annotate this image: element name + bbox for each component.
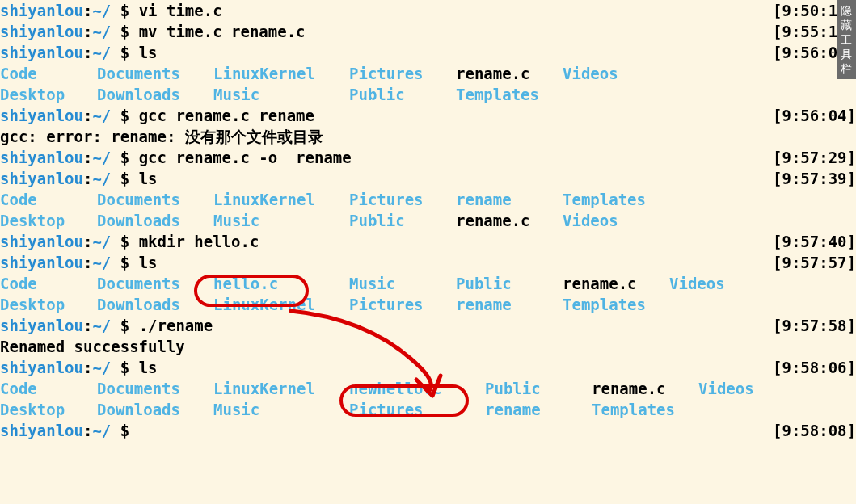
prompt-dollar: $ xyxy=(111,21,138,42)
ls-entry: rename.c xyxy=(456,210,563,231)
command: vi time.c xyxy=(139,0,222,21)
prompt-path: ~/ xyxy=(92,21,111,42)
timestamp: [9:56:04] xyxy=(773,105,856,126)
ls-entry: Public xyxy=(456,273,563,294)
ls-entry: Downloads xyxy=(97,210,213,231)
ls-entry: Music xyxy=(349,273,456,294)
ls-entry: Templates xyxy=(563,294,669,315)
prompt-dollar: $ xyxy=(111,105,138,126)
prompt-path: ~/ xyxy=(92,252,111,273)
ls-entry: Public xyxy=(349,84,456,105)
timestamp: [9:58:08] xyxy=(773,420,856,441)
ls-entry: Pictures xyxy=(349,63,456,84)
prompt-user: shiyanlou xyxy=(0,357,83,378)
ls-entry: Public xyxy=(485,378,592,399)
toolbar-char: 工 xyxy=(837,32,856,47)
prompt-path: ~/ xyxy=(92,420,111,441)
prompt-sep: : xyxy=(83,105,92,126)
command: gcc rename.c rename xyxy=(139,105,314,126)
terminal-line: shiyanlou:~/ $ ls [9:57:39] xyxy=(0,168,856,189)
terminal-line: shiyanlou:~/ $ vi time.c [9:50:17] xyxy=(0,0,856,21)
ls-entry: Desktop xyxy=(0,210,97,231)
ls-entry xyxy=(698,399,805,420)
ls-entry: rename.c xyxy=(592,378,698,399)
terminal-line: shiyanlou:~/ $ ls [9:57:57] xyxy=(0,252,856,273)
ls-entry: Videos xyxy=(669,273,776,294)
prompt-user: shiyanlou xyxy=(0,0,83,21)
ls-entry: Public xyxy=(349,210,456,231)
ls-entry: rename.c xyxy=(563,273,669,294)
command: ls xyxy=(139,42,158,63)
ls-entry: Downloads xyxy=(97,84,213,105)
timestamp: [9:57:39] xyxy=(773,168,856,189)
ls-entry: LinuxKernel xyxy=(213,189,349,210)
ls-entry: Music xyxy=(213,210,349,231)
prompt-dollar: $ xyxy=(111,147,138,168)
toolbar-char: 栏 xyxy=(837,61,856,76)
prompt-user: shiyanlou xyxy=(0,168,83,189)
prompt-user: shiyanlou xyxy=(0,252,83,273)
command: mkdir hello.c xyxy=(139,231,259,252)
prompt-sep: : xyxy=(83,357,92,378)
prompt-dollar: $ xyxy=(111,357,138,378)
ls-entry: Pictures xyxy=(349,189,456,210)
ls-entry: Videos xyxy=(563,63,669,84)
prompt-dollar: $ xyxy=(111,231,138,252)
output-line: gcc: error: rename: 没有那个文件或目录 xyxy=(0,126,856,147)
prompt-sep: : xyxy=(83,0,92,21)
prompt-path: ~/ xyxy=(92,42,111,63)
ls-entry: Music xyxy=(213,84,349,105)
prompt-sep: : xyxy=(83,21,92,42)
error-text: gcc: error: rename: 没有那个文件或目录 xyxy=(0,126,323,147)
prompt-sep: : xyxy=(83,231,92,252)
prompt-dollar: $ xyxy=(111,252,138,273)
ls-entry: Videos xyxy=(698,378,805,399)
ls-entry: Documents xyxy=(97,189,213,210)
ls-entry: rename xyxy=(485,399,592,420)
prompt-dollar: $ xyxy=(111,315,138,336)
command: ls xyxy=(139,357,158,378)
ls-output-row: CodeDocumentshello.cMusicPublicrename.cV… xyxy=(0,273,856,294)
terminal-line: shiyanlou:~/ $ gcc rename.c -o rename [9… xyxy=(0,147,856,168)
prompt-dollar: $ xyxy=(111,42,138,63)
prompt-user: shiyanlou xyxy=(0,42,83,63)
ls-entry: Desktop xyxy=(0,399,97,420)
ls-entry: Documents xyxy=(97,378,213,399)
prompt-sep: : xyxy=(83,147,92,168)
prompt-path: ~/ xyxy=(92,147,111,168)
prompt-user: shiyanlou xyxy=(0,420,83,441)
timestamp: [9:57:57] xyxy=(773,252,856,273)
command: ./rename xyxy=(139,315,213,336)
hide-toolbar-strip[interactable]: 隐 藏 工 具 栏 xyxy=(837,0,856,79)
ls-entry: Videos xyxy=(563,210,669,231)
command: gcc rename.c -o rename xyxy=(139,147,352,168)
prompt-dollar: $ xyxy=(111,0,138,21)
ls-output-row: DesktopDownloadsMusicPublicrename.cVideo… xyxy=(0,210,856,231)
ls-entry: Code xyxy=(0,189,97,210)
prompt-user: shiyanlou xyxy=(0,105,83,126)
ls-entry: Code xyxy=(0,273,97,294)
command: ls xyxy=(139,168,158,189)
toolbar-char: 具 xyxy=(837,47,856,61)
toolbar-char: 藏 xyxy=(837,18,856,32)
prompt-sep: : xyxy=(83,252,92,273)
toolbar-char: 隐 xyxy=(837,3,856,18)
ls-output-row: CodeDocumentsLinuxKernelPicturesrename.c… xyxy=(0,63,856,84)
terminal-line: shiyanlou:~/ $ gcc rename.c rename [9:56… xyxy=(0,105,856,126)
ls-entry: Desktop xyxy=(0,84,97,105)
ls-entry: Documents xyxy=(97,63,213,84)
terminal-line: shiyanlou:~/ $ ls [9:56:01] xyxy=(0,42,856,63)
timestamp: [9:57:40] xyxy=(773,231,856,252)
ls-output-row: DesktopDownloadsMusicPublicTemplates xyxy=(0,84,856,105)
ls-entry xyxy=(669,294,776,315)
ls-entry: Code xyxy=(0,63,97,84)
ls-entry: rename.c xyxy=(456,63,563,84)
prompt-user: shiyanlou xyxy=(0,315,83,336)
prompt-dollar: $ xyxy=(111,420,138,441)
prompt-path: ~/ xyxy=(92,105,111,126)
output-text: Renamed successfully xyxy=(0,336,185,357)
prompt-user: shiyanlou xyxy=(0,147,83,168)
command: ls xyxy=(139,252,158,273)
prompt-path: ~/ xyxy=(92,315,111,336)
prompt-sep: : xyxy=(83,315,92,336)
